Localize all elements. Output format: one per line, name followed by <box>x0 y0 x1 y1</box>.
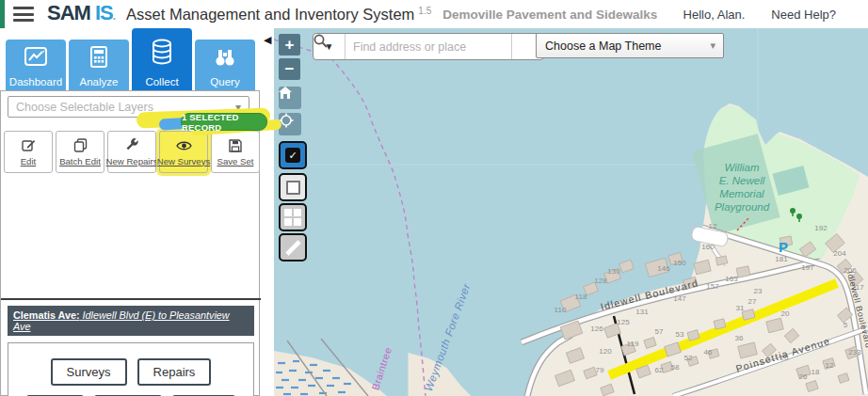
calculator-icon <box>88 40 109 75</box>
collapse-sidebar-icon[interactable]: ◀ <box>264 35 271 45</box>
checkbox-icon: ✓ <box>285 148 300 163</box>
tab-collect[interactable]: Collect <box>132 28 192 90</box>
application-window: SAMIS. Asset Management and Inventory Sy… <box>0 0 868 396</box>
home-extent-button[interactable] <box>279 87 301 109</box>
svg-text:Playground: Playground <box>715 201 770 213</box>
grid-icon <box>284 209 301 226</box>
house-number: 53 <box>676 330 684 339</box>
record-card: Surveys Repairs ✎Edit Zoom ⚙Files <box>8 342 254 396</box>
svg-text:Memorial: Memorial <box>719 188 764 199</box>
house-number: 118 <box>575 293 587 301</box>
record-actions-toolbar: Edit Batch Edit New Repairs <box>1 131 264 173</box>
dashboard-chart-icon <box>24 40 48 75</box>
house-number: 18 <box>812 368 820 376</box>
house-number: 146 <box>657 264 670 273</box>
line-draw-tool-button[interactable] <box>279 233 307 261</box>
house-number: 233 <box>848 348 861 356</box>
app-version: 1.5 <box>418 6 431 16</box>
svg-text:E. Newell: E. Newell <box>719 175 765 186</box>
house-number: 12 <box>826 361 834 370</box>
record-title-link[interactable]: Clematis Ave: Idlewell Blvd (E) to Pleas… <box>8 306 254 336</box>
selected-record-section: Clematis Ave: Idlewell Blvd (E) to Pleas… <box>1 298 261 396</box>
wrench-icon <box>125 138 139 153</box>
binoculars-icon <box>213 40 237 75</box>
house-number: 204 <box>833 249 846 258</box>
house-number: 57 <box>655 327 664 336</box>
map-theme-dropdown[interactable]: Choose a Map Theme ▾ <box>536 33 724 58</box>
copy-icon <box>73 138 88 153</box>
house-number: 23 <box>754 287 763 295</box>
house-number: 128 <box>594 277 607 285</box>
tab-label: Query <box>210 75 239 88</box>
tab-label: Dashboard <box>9 75 62 88</box>
house-number: 126 <box>590 325 603 333</box>
tab-label: Collect <box>145 75 178 88</box>
tab-dashboard[interactable]: Dashboard <box>6 40 66 90</box>
house-number: 52 <box>684 354 693 362</box>
search-input[interactable] <box>346 34 511 59</box>
rectangle-select-tool-button[interactable] <box>279 173 307 201</box>
logo-sam: SAM <box>47 1 90 24</box>
house-number: 12 <box>709 222 717 230</box>
map-graphics: 1101181281301461501261207912513111914715… <box>274 28 868 396</box>
tab-bar: Dashboard Analyze Collect <box>0 28 261 90</box>
address-search: ▼ <box>313 33 544 60</box>
edit-icon <box>22 138 36 153</box>
app-header: SAMIS. Asset Management and Inventory Sy… <box>0 0 868 29</box>
tab-analyze[interactable]: Analyze <box>69 40 129 90</box>
new-repairs-button[interactable]: New Repairs <box>107 131 156 173</box>
tab-label: Analyze <box>80 75 119 88</box>
project-name: Demoville Pavement and Sidewalks <box>442 8 657 22</box>
logo-is: IS <box>95 1 113 24</box>
house-number: 125 <box>617 318 630 326</box>
grid-select-tool-button[interactable] <box>279 203 307 231</box>
house-number: 110 <box>555 306 567 314</box>
house-number: 27 <box>748 297 757 306</box>
select-tool-button[interactable]: ✓ <box>279 141 307 169</box>
house-number: 163 <box>725 275 738 283</box>
sidebar-splitter[interactable]: ◀ <box>261 28 274 396</box>
diagonal-line-icon <box>283 238 302 257</box>
brand-accent-bar <box>0 0 5 28</box>
user-greeting[interactable]: Hello, Alan. <box>683 8 746 22</box>
edit-button[interactable]: Edit <box>4 131 53 173</box>
house-number: 192 <box>814 224 828 232</box>
save-set-button[interactable]: Save Set <box>211 131 260 173</box>
house-number: 62 <box>655 366 664 374</box>
eye-icon <box>176 138 192 153</box>
map-canvas[interactable]: 1101181281301461501261207912513111914715… <box>274 28 868 396</box>
zoom-out-button[interactable]: − <box>279 58 300 80</box>
locate-button[interactable] <box>279 113 301 135</box>
house-number: 147 <box>673 294 686 303</box>
house-number: 150 <box>673 259 686 267</box>
house-number: 197 <box>801 263 814 272</box>
chevron-down-icon: ▾ <box>710 40 715 52</box>
house-number: 58 <box>671 363 680 372</box>
new-surveys-button[interactable]: New Surveys <box>159 131 208 173</box>
house-number: 26 <box>799 372 808 381</box>
parking-label: P <box>779 239 788 255</box>
theme-placeholder: Choose a Map Theme <box>545 40 710 53</box>
sidebar: Dashboard Analyze Collect <box>0 28 261 396</box>
batch-edit-button[interactable]: Batch Edit <box>56 131 104 173</box>
repairs-button[interactable]: Repairs <box>137 358 212 386</box>
house-number: 130 <box>607 267 620 276</box>
house-number: 36 <box>735 334 744 342</box>
house-number: 120 <box>599 347 612 356</box>
tab-query[interactable]: Query <box>195 40 255 90</box>
house-number: 157 <box>706 282 719 291</box>
menu-icon[interactable] <box>13 7 34 22</box>
app-logo: SAMIS. <box>47 0 115 30</box>
record-street: Clematis Ave: <box>13 309 80 321</box>
house-number: 5 <box>844 321 848 329</box>
selected-record-badge: 1 SELECTED RECORD <box>181 113 267 131</box>
zoom-in-button[interactable]: + <box>279 34 300 55</box>
house-number: 181 <box>775 255 788 263</box>
surveys-button[interactable]: Surveys <box>51 358 127 386</box>
section-divider <box>1 298 261 300</box>
app-title: Asset Management and Inventory System <box>126 6 414 24</box>
house-number: 31 <box>736 304 745 312</box>
database-icon <box>150 28 174 75</box>
need-help-link[interactable]: Need Help? <box>771 8 836 22</box>
house-number: 131 <box>635 308 649 316</box>
